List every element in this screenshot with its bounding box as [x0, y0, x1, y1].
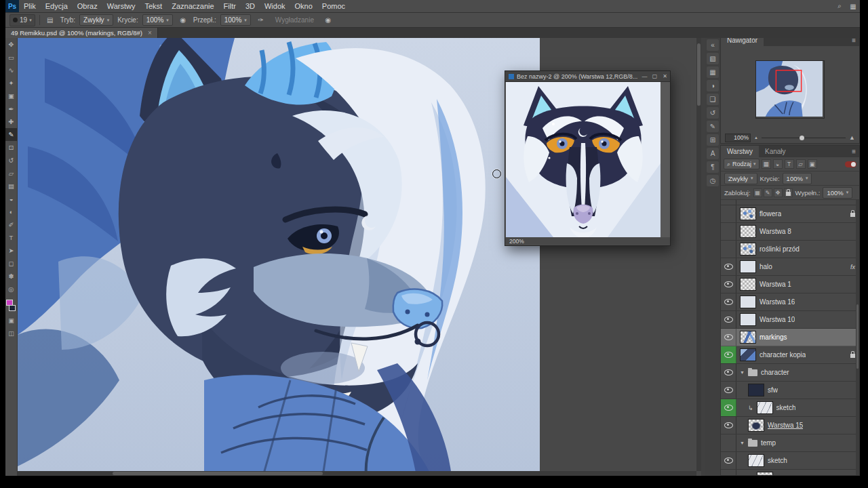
menu-okno[interactable]: Okno — [290, 0, 317, 12]
layer-row[interactable]: ▼character — [721, 364, 859, 382]
color-panel-icon[interactable]: ▧ — [707, 53, 719, 64]
airbrush-icon[interactable]: ✑ — [255, 15, 267, 26]
tool-preset-picker[interactable]: 19 ▾ — [9, 14, 35, 26]
layer-row[interactable]: Warstwa 15 — [721, 417, 859, 434]
toggle-brush-panel-icon[interactable]: ▤ — [44, 15, 56, 26]
layer-row[interactable]: halofx — [721, 258, 859, 276]
reference-artwork[interactable] — [506, 82, 660, 237]
layer-thumbnail[interactable] — [757, 472, 773, 475]
layer-visibility-toggle[interactable] — [721, 241, 736, 258]
layer-fill-select[interactable]: 100% ▾ — [823, 187, 852, 199]
layer-thumbnail[interactable] — [740, 313, 756, 326]
layer-visibility-toggle[interactable] — [721, 276, 736, 293]
layer-row[interactable]: roślinki przód — [721, 241, 859, 258]
search-icon[interactable]: ⌕ — [833, 2, 846, 10]
type-tool[interactable]: T — [5, 231, 17, 244]
layer-visibility-toggle[interactable] — [721, 311, 736, 328]
background-color-swatch[interactable] — [9, 305, 16, 311]
layer-row[interactable]: Warstwa 8 — [721, 223, 859, 241]
layer-visibility-toggle[interactable] — [721, 329, 736, 346]
blend-mode-select[interactable]: Zwykły ▾ — [724, 173, 757, 184]
filter-shape-layers-icon[interactable]: ▱ — [796, 159, 806, 169]
gradient-tool[interactable]: ▤ — [5, 180, 17, 192]
pressure-opacity-icon[interactable]: ◉ — [177, 15, 189, 26]
menu-3d[interactable]: 3D — [241, 0, 260, 12]
minimize-icon[interactable]: — — [639, 73, 650, 79]
character-panel-icon[interactable]: A — [707, 148, 719, 159]
scrollbar-thumb[interactable] — [113, 472, 323, 475]
layer-row[interactable]: flowera — [721, 205, 859, 223]
layer-row[interactable]: Warstwa 10 — [721, 311, 859, 329]
foreground-color-swatch[interactable] — [6, 300, 13, 306]
layer-thumbnail[interactable] — [740, 207, 756, 220]
layer-row[interactable]: sfw — [721, 382, 859, 399]
filter-pixel-layers-icon[interactable]: ▦ — [762, 159, 771, 169]
paragraph-panel-icon[interactable]: ¶ — [707, 161, 719, 173]
layer-visibility-toggle[interactable] — [721, 452, 736, 469]
crop-tool[interactable]: ▣ — [5, 89, 17, 102]
layer-thumbnail[interactable] — [740, 278, 756, 291]
filter-smart-objects-icon[interactable]: ▣ — [808, 159, 817, 169]
shape-tool[interactable]: ◻ — [5, 257, 17, 270]
move-tool[interactable]: ✥ — [5, 38, 17, 51]
layer-thumbnail[interactable] — [740, 225, 756, 238]
blur-tool[interactable]: ◒ — [5, 192, 17, 205]
tab-kanaly[interactable]: Kanały — [759, 146, 792, 157]
marquee-tool[interactable]: ▭ — [5, 51, 17, 64]
group-expand-toggle[interactable]: ▼ — [740, 441, 745, 445]
layer-row[interactable]: sketch — [721, 452, 859, 470]
navigator-zoom-slider[interactable] — [762, 134, 846, 142]
layer-opacity-select[interactable]: 100% ▾ — [783, 173, 812, 184]
layer-thumbnail[interactable] — [740, 260, 756, 273]
quick-selection-tool[interactable]: ✦ — [5, 77, 17, 89]
dodge-tool[interactable]: ◐ — [5, 205, 17, 218]
menu-plik[interactable]: Plik — [19, 0, 41, 12]
layer-row[interactable]: markings — [721, 329, 859, 346]
layer-thumbnail[interactable] — [748, 419, 764, 432]
layer-visibility-toggle[interactable] — [721, 434, 736, 451]
menu-warstwy[interactable]: Warstwy — [102, 0, 140, 12]
layer-visibility-toggle[interactable] — [721, 293, 736, 310]
panel-menu-icon[interactable]: ≡ — [848, 146, 859, 157]
clone-source-panel-icon[interactable]: ⊞ — [707, 134, 719, 146]
filter-toggle[interactable] — [845, 161, 856, 167]
zoom-tool[interactable]: ◎ — [5, 283, 17, 296]
quick-mask-icon[interactable]: ▣ — [5, 314, 17, 326]
layer-visibility-toggle[interactable] — [721, 205, 736, 222]
layer-thumbnail[interactable] — [740, 331, 756, 344]
lasso-tool[interactable]: ∿ — [5, 64, 17, 77]
tab-warstwy[interactable]: Warstwy — [721, 146, 759, 157]
layers-scrollbar[interactable] — [856, 200, 859, 475]
layer-thumbnail[interactable] — [757, 401, 773, 414]
fx-badge[interactable]: fx — [850, 264, 855, 270]
eraser-tool[interactable]: ▱ — [5, 167, 17, 180]
menu-zaznaczanie[interactable]: Zaznaczanie — [167, 0, 218, 12]
lock-all-icon[interactable] — [784, 188, 793, 197]
floating-window-titlebar[interactable]: Bez nazwy-2 @ 200% (Warstwa 12,RGB/8... … — [505, 71, 670, 82]
clone-stamp-tool[interactable]: ⊡ — [5, 141, 17, 154]
menu-filtr[interactable]: Filtr — [219, 0, 241, 12]
scrollbar-thumb[interactable] — [856, 304, 859, 369]
history-panel-icon[interactable]: ↺ — [707, 107, 719, 119]
layer-row[interactable]: ↳sketch — [721, 399, 859, 417]
menu-obraz[interactable]: Obraz — [73, 0, 102, 12]
expand-panels-icon[interactable]: « — [707, 39, 719, 51]
scrollbar-thumb[interactable] — [697, 43, 701, 106]
adjustments-panel-icon[interactable]: ◑ — [707, 80, 719, 92]
document-tab[interactable]: 49 Remikku.psd @ 100% (markings, RGB/8#)… — [5, 28, 158, 38]
screen-mode-icon[interactable]: ◫ — [5, 327, 17, 339]
close-icon[interactable]: ✕ — [660, 73, 670, 79]
floating-document-window[interactable]: Bez nazwy-2 @ 200% (Warstwa 12,RGB/8... … — [505, 70, 671, 246]
brush-settings-panel-icon[interactable]: ✎ — [707, 121, 719, 132]
layer-visibility-toggle[interactable] — [721, 258, 736, 275]
layer-row[interactable]: ▼temp — [721, 434, 859, 452]
layer-visibility-toggle[interactable] — [721, 364, 736, 381]
layer-thumbnail[interactable] — [740, 243, 756, 256]
pressure-size-icon[interactable]: ◉ — [322, 15, 334, 26]
layer-thumbnail[interactable] — [740, 348, 756, 361]
floating-window-canvas[interactable] — [505, 82, 670, 237]
eyedropper-tool[interactable]: ✒ — [5, 102, 17, 115]
opacity-select[interactable]: 100% ▾ — [142, 14, 173, 26]
zoom-in-icon[interactable]: ▲ — [849, 134, 855, 141]
flow-select[interactable]: 100% ▾ — [220, 14, 251, 26]
